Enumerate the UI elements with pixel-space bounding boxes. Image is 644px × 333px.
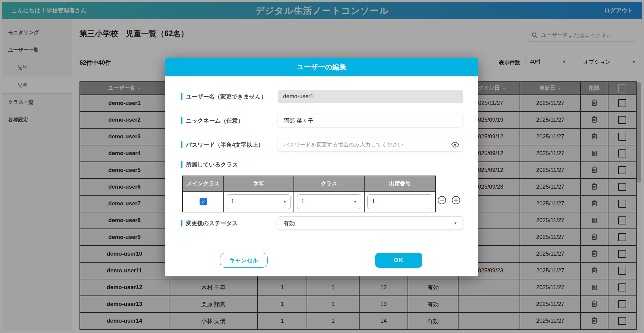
grade-select[interactable]: 1 ▼ [227,194,291,209]
modal-title: ユーザーの編集 [297,62,346,72]
remove-class-button[interactable] [437,196,446,206]
username-label: ユーザー名（変更できません） [181,90,267,103]
chevron-down-icon: ▼ [283,200,286,204]
label-accent-bar [181,161,182,168]
password-label: パスワード（半角4文字以上） [181,138,264,151]
label-accent-bar [181,220,182,226]
minus-circle-icon [437,196,446,205]
attendance-number-input[interactable]: 1 [367,194,432,209]
label-accent-bar [181,141,182,148]
nickname-field[interactable] [278,114,463,127]
add-class-button[interactable] [451,196,461,206]
plus-circle-icon [451,196,461,205]
nickname-label: ニックネーム（任意） [181,114,244,127]
class-table-header-row: メインクラス 学年 クラス 出席番号 [182,176,435,191]
edit-user-modal: ユーザーの編集 ユーザー名（変更できません） ニックネーム（任意） パスワード（… [165,58,478,276]
status-label: 変更後のステータス [181,216,238,230]
class-header-main: メインクラス [182,176,224,191]
status-select[interactable]: 有効 ▼ [278,216,463,230]
class-header-class: クラス [294,176,364,191]
class-table: メインクラス 学年 クラス 出席番号 ✓ 1 ▼ 1 [182,176,436,212]
class-section-label: 所属しているクラス [181,160,238,169]
cancel-button[interactable]: キャンセル [220,253,268,268]
label-accent-bar [181,117,182,124]
username-field [278,90,463,103]
modal-title-bar: ユーザーの編集 [165,58,478,76]
class-header-grade: 学年 [224,176,294,191]
class-header-number: 出席番号 [364,176,435,191]
chevron-down-icon: ▼ [354,200,357,204]
password-field[interactable] [278,138,463,151]
ok-button[interactable]: OK [375,253,422,268]
label-accent-bar [181,93,182,100]
show-password-button[interactable] [451,140,460,150]
eye-icon [451,140,460,149]
class-select[interactable]: 1 ▼ [297,194,361,209]
main-class-checkbox[interactable]: ✓ [200,198,207,205]
chevron-down-icon: ▼ [454,221,457,225]
class-table-row: ✓ 1 ▼ 1 ▼ 1 [182,191,435,212]
